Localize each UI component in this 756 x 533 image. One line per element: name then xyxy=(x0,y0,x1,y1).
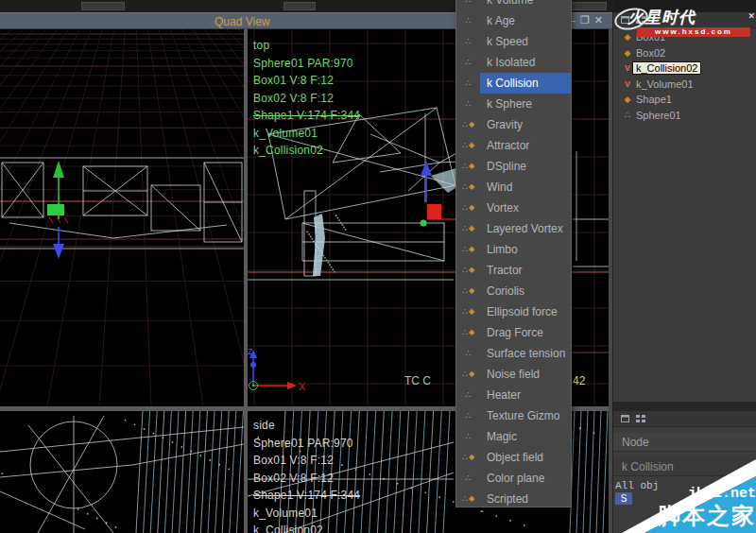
close-button[interactable]: ✕ xyxy=(594,14,603,26)
particle-icon: ∴ xyxy=(462,328,468,337)
particle-icon: ∴ xyxy=(465,37,471,46)
node-list-selected[interactable]: S xyxy=(615,492,632,505)
viewport-splitter-vertical[interactable] xyxy=(244,29,248,533)
menu-item-label: Texture Gizmo xyxy=(480,405,571,426)
menu-item-icons: ∴◆ xyxy=(456,364,480,385)
scene-item-label: Box02 xyxy=(633,47,668,59)
menu-item-noise-field[interactable]: ∴◆Noise field xyxy=(456,364,571,385)
force-icon: ◆ xyxy=(469,204,474,212)
menu-item-icons: ∴◆ xyxy=(456,177,480,198)
panel-grid-icon[interactable] xyxy=(636,414,645,423)
box-icon: ◆ xyxy=(622,32,633,42)
menu-item-ellipsoid-force[interactable]: ∴◆Ellipsoid force xyxy=(456,301,571,322)
particle-icon: ∴ xyxy=(462,453,468,462)
force-icon: ◆ xyxy=(469,370,474,378)
particle-icon: ∴ xyxy=(465,432,471,441)
menu-item-magic[interactable]: ∴Magic xyxy=(456,426,571,447)
stat-line: Box02 V:8 F:12 xyxy=(253,470,360,488)
axis-label-z: z xyxy=(248,345,253,356)
restore-button[interactable]: ❐ xyxy=(580,14,590,26)
menu-item-k-volume[interactable]: ∴k Volume xyxy=(456,0,571,10)
scene-object-list: ◆Box01◆Box02Vk_Collision02Vk_Volume01◆Sh… xyxy=(613,29,756,123)
menu-item-label: Magic xyxy=(480,426,571,447)
application-window: Quad View – ❐ ✕ xyxy=(0,0,756,533)
panel-grid-icon[interactable] xyxy=(636,15,645,25)
force-icon: ◆ xyxy=(469,308,474,316)
menu-item-scripted[interactable]: ∴◆Scripted xyxy=(456,489,571,507)
menu-item-k-collision[interactable]: ∴k Collision xyxy=(456,73,571,94)
scene-item-label: k_Volume01 xyxy=(633,78,696,90)
menu-item-object-field[interactable]: ∴◆Object field xyxy=(456,447,571,468)
menu-item-vortex[interactable]: ∴◆Vortex xyxy=(456,198,571,218)
panel-divider[interactable] xyxy=(613,402,756,411)
particle-icon: ∴ xyxy=(462,203,468,213)
menu-item-attractor[interactable]: ∴◆Attractor xyxy=(456,135,571,156)
menu-item-heater[interactable]: ∴Heater xyxy=(456,385,571,405)
menu-item-label: Attractor xyxy=(480,135,571,156)
force-icon: ◆ xyxy=(469,266,474,274)
force-icon: ◆ xyxy=(469,225,474,232)
force-icon: ◆ xyxy=(469,121,474,129)
stat-line: Shape1 V:174 F:344 xyxy=(253,487,360,505)
perspective-wireframe xyxy=(0,158,244,259)
timecode-label: TC C xyxy=(404,374,431,387)
scene-item-box02[interactable]: ◆Box02 xyxy=(613,45,756,61)
menu-item-k-age[interactable]: ∴k Age xyxy=(456,10,571,31)
particle-icon: ∴ xyxy=(465,16,471,26)
panel-layout-icon[interactable] xyxy=(621,414,630,423)
scene-item-label: Box01 xyxy=(633,31,668,43)
menu-item-label: k Sphere xyxy=(480,94,571,114)
menu-item-k-sphere[interactable]: ∴k Sphere xyxy=(456,94,571,114)
menu-item-coriolis[interactable]: ∴◆Coriolis xyxy=(456,281,571,301)
menu-item-icons: ∴◆ xyxy=(456,447,480,468)
node-list-entry[interactable]: All obj xyxy=(615,480,659,491)
menu-item-icons: ∴ xyxy=(456,73,480,94)
toolbar-button[interactable] xyxy=(81,2,125,10)
particle-icon: ∴ xyxy=(465,99,471,109)
node-field[interactable]: Node xyxy=(613,433,756,452)
force-icon: ◆ xyxy=(469,142,474,149)
menu-item-label: k Collision xyxy=(480,73,571,94)
menu-item-wind[interactable]: ∴◆Wind xyxy=(456,177,571,198)
move-gizmo-y-axis[interactable] xyxy=(47,161,68,259)
scene-item-sphere01[interactable]: ∴Sphere01 xyxy=(613,108,756,124)
menu-item-k-speed[interactable]: ∴k Speed xyxy=(456,31,571,52)
stat-line: Sphere01 PAR:970 xyxy=(253,55,360,73)
menu-item-layered-vortex[interactable]: ∴◆Layered Vortex xyxy=(456,218,571,239)
force-icon: ◆ xyxy=(469,454,474,461)
viewport-name: side xyxy=(253,417,360,435)
menu-item-label: k Speed xyxy=(480,31,571,52)
menu-item-label: Layered Vortex xyxy=(480,218,571,239)
force-icon: ◆ xyxy=(469,183,474,191)
menu-item-k-isolated[interactable]: ∴k Isolated xyxy=(456,52,571,73)
menu-item-icons: ∴ xyxy=(456,343,480,364)
menu-item-icons: ∴ xyxy=(456,94,480,114)
stat-line: Box02 V:8 F:12 xyxy=(253,90,360,108)
menu-item-label: Vortex xyxy=(480,198,571,218)
scene-item-shape1[interactable]: ◆Shape1 xyxy=(613,92,756,108)
menu-item-dspline[interactable]: ∴◆DSpline xyxy=(456,156,571,177)
menu-item-tractor[interactable]: ∴◆Tractor xyxy=(456,260,571,281)
toolbar-button[interactable] xyxy=(284,2,316,10)
particle-icon: ∴ xyxy=(465,0,471,5)
menu-item-icons: ∴ xyxy=(456,468,480,489)
menu-item-texture-gizmo[interactable]: ∴Texture Gizmo xyxy=(456,405,571,426)
scene-item-label: Sphere01 xyxy=(633,110,684,121)
menu-item-icons: ∴◆ xyxy=(456,239,480,260)
node-type-field[interactable]: k Collision xyxy=(613,457,756,476)
menu-item-color-plane[interactable]: ∴Color plane xyxy=(456,468,571,489)
force-icon: ◆ xyxy=(469,495,474,503)
menu-item-surface-tension[interactable]: ∴Surface tension xyxy=(456,343,571,364)
scene-item-k_collision02[interactable]: Vk_Collision02 xyxy=(613,60,756,77)
menu-item-label: Drag Force xyxy=(480,322,571,343)
menu-item-limbo[interactable]: ∴◆Limbo xyxy=(456,239,571,260)
menu-item-label: Noise field xyxy=(480,364,571,385)
force-icon: ◆ xyxy=(469,287,474,295)
panel-layout-icon[interactable] xyxy=(621,15,630,25)
menu-item-icons: ∴ xyxy=(456,426,480,447)
scene-item-k_volume01[interactable]: Vk_Volume01 xyxy=(613,77,756,93)
scene-item-box01[interactable]: ◆Box01 xyxy=(613,29,756,45)
menu-item-drag-force[interactable]: ∴◆Drag Force xyxy=(456,322,571,343)
menu-item-gravity[interactable]: ∴◆Gravity xyxy=(456,114,571,135)
particle-icon: ∴ xyxy=(465,58,471,67)
